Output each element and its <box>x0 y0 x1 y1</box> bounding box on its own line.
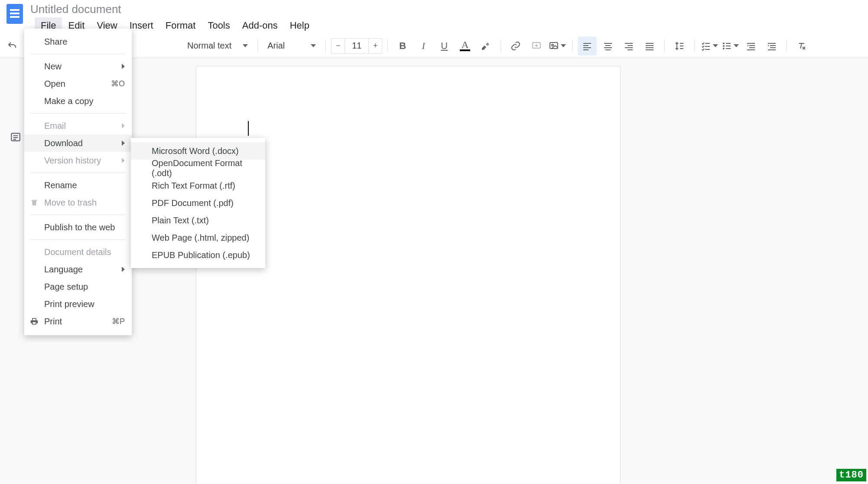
align-right-button[interactable] <box>619 36 638 56</box>
menu-item-label: Print preview <box>44 299 94 309</box>
submenu-item-label: Plain Text (.txt) <box>152 216 209 226</box>
line-spacing-button[interactable] <box>670 36 689 56</box>
document-title[interactable]: Untitled document <box>30 3 121 16</box>
watermark-badge: t180 <box>836 469 866 481</box>
file-menu-download[interactable]: Download <box>24 134 132 152</box>
text-color-button[interactable]: A <box>455 36 475 56</box>
svg-point-4 <box>723 45 725 47</box>
file-menu-rename[interactable]: Rename <box>24 177 132 194</box>
menu-item-label: Download <box>44 138 83 148</box>
print-icon <box>29 317 39 326</box>
menu-item-label: Document details <box>44 247 111 257</box>
underline-button[interactable]: U <box>435 36 454 56</box>
font-family-label: Arial <box>267 41 285 51</box>
file-menu-share[interactable]: Share <box>24 33 132 50</box>
file-menu-publish[interactable]: Publish to the web <box>24 219 132 236</box>
chevron-down-icon <box>243 44 248 47</box>
file-menu-language[interactable]: Language <box>24 261 132 278</box>
file-menu-dropdown: Share New Open ⌘O Make a copy Email Down… <box>24 29 132 335</box>
download-txt[interactable]: Plain Text (.txt) <box>131 212 265 229</box>
file-menu-open[interactable]: Open ⌘O <box>24 75 132 92</box>
svg-point-2 <box>552 44 553 46</box>
bulleted-list-button[interactable] <box>721 36 740 56</box>
menu-item-label: Open <box>44 79 65 89</box>
menu-item-label: Move to trash <box>44 198 97 208</box>
keyboard-shortcut: ⌘P <box>112 317 125 326</box>
italic-button[interactable]: I <box>414 36 433 56</box>
download-docx[interactable]: Microsoft Word (.docx) <box>131 142 265 160</box>
menu-item-label: Publish to the web <box>44 222 115 232</box>
svg-point-5 <box>723 48 725 49</box>
file-menu-move-to-trash: Move to trash <box>24 194 132 211</box>
menu-tools[interactable]: Tools <box>202 17 236 34</box>
docs-app-icon[interactable] <box>3 3 26 25</box>
checklist-button[interactable] <box>700 36 719 56</box>
insert-link-button[interactable] <box>506 36 525 56</box>
menu-format[interactable]: Format <box>159 17 202 34</box>
increase-indent-button[interactable] <box>762 36 781 56</box>
submenu-item-label: Web Page (.html, zipped) <box>152 233 249 243</box>
download-epub[interactable]: EPUB Publication (.epub) <box>131 246 265 264</box>
submenu-arrow-icon <box>122 141 125 146</box>
file-menu-make-a-copy[interactable]: Make a copy <box>24 92 132 110</box>
font-size-value[interactable]: 11 <box>345 38 368 54</box>
submenu-item-label: Microsoft Word (.docx) <box>152 146 239 156</box>
download-submenu: Microsoft Word (.docx) OpenDocument Form… <box>131 138 265 268</box>
file-menu-new[interactable]: New <box>24 58 132 75</box>
chevron-down-icon <box>713 44 718 47</box>
keyboard-shortcut: ⌘O <box>111 79 125 88</box>
undo-button[interactable] <box>3 36 22 56</box>
insert-image-button[interactable] <box>548 36 567 56</box>
file-menu-email: Email <box>24 117 132 134</box>
submenu-arrow-icon <box>122 158 125 163</box>
download-html[interactable]: Web Page (.html, zipped) <box>131 229 265 246</box>
chevron-down-icon <box>734 44 739 47</box>
download-odt[interactable]: OpenDocument Format (.odt) <box>131 160 265 177</box>
decrease-indent-button[interactable] <box>741 36 761 56</box>
insert-comment-button[interactable] <box>527 36 546 56</box>
submenu-item-label: Rich Text Format (.rtf) <box>152 181 235 191</box>
menu-addons[interactable]: Add-ons <box>236 17 284 34</box>
trash-icon <box>29 198 39 207</box>
svg-rect-1 <box>550 43 558 49</box>
file-menu-page-setup[interactable]: Page setup <box>24 278 132 295</box>
chevron-down-icon <box>311 44 316 47</box>
font-size-increase[interactable]: + <box>368 38 382 54</box>
align-justify-button[interactable] <box>640 36 659 56</box>
svg-point-3 <box>723 43 725 44</box>
menu-item-label: Page setup <box>44 282 88 292</box>
menu-help[interactable]: Help <box>284 17 315 34</box>
bold-button[interactable]: B <box>393 36 412 56</box>
text-cursor <box>248 121 249 136</box>
submenu-item-label: OpenDocument Format (.odt) <box>152 158 256 178</box>
font-family-select[interactable]: Arial <box>263 37 320 55</box>
document-outline-button[interactable] <box>6 128 25 147</box>
font-size-stepper: − 11 + <box>331 38 382 54</box>
submenu-item-label: EPUB Publication (.epub) <box>152 250 250 260</box>
submenu-arrow-icon <box>122 64 125 69</box>
menu-item-label: Print <box>44 317 62 327</box>
file-menu-version-history: Version history <box>24 152 132 169</box>
file-menu-print[interactable]: Print ⌘P <box>24 313 132 330</box>
download-pdf[interactable]: PDF Document (.pdf) <box>131 194 265 212</box>
menu-item-label: Email <box>44 121 66 131</box>
download-rtf[interactable]: Rich Text Format (.rtf) <box>131 177 265 194</box>
menu-item-label: New <box>44 62 62 72</box>
align-left-button[interactable] <box>578 36 597 56</box>
align-center-button[interactable] <box>598 36 618 56</box>
chevron-down-icon <box>561 44 566 47</box>
font-size-decrease[interactable]: − <box>331 38 345 54</box>
file-menu-print-preview[interactable]: Print preview <box>24 295 132 313</box>
paragraph-style-select[interactable]: Normal text <box>183 37 252 55</box>
menu-item-label: Language <box>44 265 83 275</box>
submenu-arrow-icon <box>122 123 125 128</box>
highlight-color-button[interactable] <box>476 36 495 56</box>
paragraph-style-label: Normal text <box>187 41 231 51</box>
submenu-item-label: PDF Document (.pdf) <box>152 198 234 208</box>
clear-formatting-button[interactable] <box>792 36 811 56</box>
menu-item-label: Make a copy <box>44 96 93 106</box>
submenu-arrow-icon <box>122 267 125 272</box>
menu-item-label: Share <box>44 37 67 47</box>
document-page[interactable] <box>196 66 621 484</box>
menu-item-label: Version history <box>44 156 101 166</box>
